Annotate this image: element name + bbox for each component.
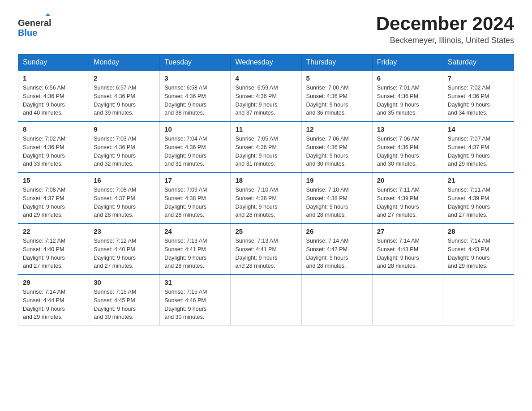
day-info: Sunrise: 7:02 AMSunset: 4:36 PMDaylight:…	[23, 135, 84, 168]
calendar-day-cell: 27Sunrise: 7:14 AMSunset: 4:43 PMDayligh…	[372, 223, 443, 274]
day-number: 31	[164, 278, 226, 286]
day-number: 15	[23, 176, 84, 184]
calendar-day-cell: 5Sunrise: 7:00 AMSunset: 4:36 PMDaylight…	[301, 70, 372, 121]
day-number: 5	[306, 74, 368, 82]
day-info: Sunrise: 7:09 AMSunset: 4:38 PMDaylight:…	[164, 186, 226, 219]
day-info: Sunrise: 7:03 AMSunset: 4:36 PMDaylight:…	[94, 135, 155, 168]
weekday-header: Saturday	[443, 55, 514, 71]
day-number: 29	[23, 278, 84, 286]
day-number: 3	[164, 74, 226, 82]
day-number: 21	[448, 176, 509, 184]
day-info: Sunrise: 7:15 AMSunset: 4:46 PMDaylight:…	[164, 288, 226, 321]
day-number: 30	[94, 278, 155, 286]
calendar-day-cell: 8Sunrise: 7:02 AMSunset: 4:36 PMDaylight…	[18, 121, 89, 172]
calendar-day-cell: 15Sunrise: 7:08 AMSunset: 4:37 PMDayligh…	[18, 172, 89, 223]
calendar-day-cell	[372, 274, 443, 325]
day-number: 17	[164, 176, 226, 184]
day-info: Sunrise: 7:14 AMSunset: 4:43 PMDaylight:…	[448, 237, 509, 270]
calendar-day-cell: 28Sunrise: 7:14 AMSunset: 4:43 PMDayligh…	[443, 223, 514, 274]
day-info: Sunrise: 6:59 AMSunset: 4:36 PMDaylight:…	[235, 84, 296, 117]
weekday-header: Wednesday	[231, 55, 301, 71]
weekday-header: Sunday	[18, 55, 89, 71]
calendar-day-cell: 24Sunrise: 7:13 AMSunset: 4:41 PMDayligh…	[160, 223, 231, 274]
day-info: Sunrise: 7:15 AMSunset: 4:45 PMDaylight:…	[94, 288, 155, 321]
calendar-day-cell: 9Sunrise: 7:03 AMSunset: 4:36 PMDaylight…	[89, 121, 160, 172]
day-info: Sunrise: 7:14 AMSunset: 4:42 PMDaylight:…	[306, 237, 368, 270]
calendar-day-cell: 4Sunrise: 6:59 AMSunset: 4:36 PMDaylight…	[231, 70, 301, 121]
svg-marker-1	[46, 13, 50, 16]
calendar-day-cell: 29Sunrise: 7:14 AMSunset: 4:44 PMDayligh…	[18, 274, 89, 325]
day-number: 4	[235, 74, 296, 82]
weekday-header: Monday	[89, 55, 160, 71]
day-info: Sunrise: 7:12 AMSunset: 4:40 PMDaylight:…	[23, 237, 84, 270]
calendar-day-cell: 7Sunrise: 7:02 AMSunset: 4:36 PMDaylight…	[443, 70, 514, 121]
calendar-day-cell: 20Sunrise: 7:11 AMSunset: 4:39 PMDayligh…	[372, 172, 443, 223]
day-info: Sunrise: 7:06 AMSunset: 4:36 PMDaylight:…	[377, 135, 438, 168]
calendar-day-cell: 31Sunrise: 7:15 AMSunset: 4:46 PMDayligh…	[160, 274, 231, 325]
calendar-table: SundayMondayTuesdayWednesdayThursdayFrid…	[18, 54, 514, 325]
day-number: 19	[306, 176, 368, 184]
calendar-day-cell: 23Sunrise: 7:12 AMSunset: 4:40 PMDayligh…	[89, 223, 160, 274]
day-number: 25	[235, 227, 296, 235]
day-info: Sunrise: 7:00 AMSunset: 4:36 PMDaylight:…	[306, 84, 368, 117]
calendar-day-cell: 18Sunrise: 7:10 AMSunset: 4:38 PMDayligh…	[231, 172, 301, 223]
day-number: 7	[448, 74, 509, 82]
day-info: Sunrise: 7:04 AMSunset: 4:36 PMDaylight:…	[164, 135, 226, 168]
day-info: Sunrise: 7:14 AMSunset: 4:44 PMDaylight:…	[23, 288, 84, 321]
day-info: Sunrise: 7:01 AMSunset: 4:36 PMDaylight:…	[377, 84, 438, 117]
calendar-day-cell: 10Sunrise: 7:04 AMSunset: 4:36 PMDayligh…	[160, 121, 231, 172]
day-number: 14	[448, 125, 509, 133]
calendar-day-cell	[231, 274, 301, 325]
day-number: 6	[377, 74, 438, 82]
day-info: Sunrise: 7:06 AMSunset: 4:36 PMDaylight:…	[306, 135, 368, 168]
calendar-day-cell: 11Sunrise: 7:05 AMSunset: 4:36 PMDayligh…	[231, 121, 301, 172]
day-number: 20	[377, 176, 438, 184]
calendar-week-row: 29Sunrise: 7:14 AMSunset: 4:44 PMDayligh…	[18, 274, 514, 325]
calendar-day-cell: 25Sunrise: 7:13 AMSunset: 4:41 PMDayligh…	[231, 223, 301, 274]
calendar-day-cell: 3Sunrise: 6:58 AMSunset: 4:36 PMDaylight…	[160, 70, 231, 121]
day-info: Sunrise: 7:13 AMSunset: 4:41 PMDaylight:…	[235, 237, 296, 270]
day-info: Sunrise: 7:10 AMSunset: 4:38 PMDaylight:…	[306, 186, 368, 219]
day-info: Sunrise: 7:13 AMSunset: 4:41 PMDaylight:…	[164, 237, 226, 270]
weekday-header: Friday	[372, 55, 443, 71]
title-area: December 2024 Beckemeyer, Illinois, Unit…	[376, 13, 514, 45]
day-number: 8	[23, 125, 84, 133]
svg-text:Blue: Blue	[18, 28, 37, 38]
day-number: 26	[306, 227, 368, 235]
day-info: Sunrise: 7:08 AMSunset: 4:37 PMDaylight:…	[23, 186, 84, 219]
day-info: Sunrise: 7:11 AMSunset: 4:39 PMDaylight:…	[448, 186, 509, 219]
day-info: Sunrise: 6:57 AMSunset: 4:36 PMDaylight:…	[94, 84, 155, 117]
logo: General Blue	[18, 13, 54, 40]
day-number: 1	[23, 74, 84, 82]
logo-svg: General Blue	[18, 13, 54, 40]
calendar-day-cell: 2Sunrise: 6:57 AMSunset: 4:36 PMDaylight…	[89, 70, 160, 121]
svg-text:General: General	[18, 18, 51, 28]
calendar-day-cell: 13Sunrise: 7:06 AMSunset: 4:36 PMDayligh…	[372, 121, 443, 172]
day-number: 11	[235, 125, 296, 133]
day-number: 22	[23, 227, 84, 235]
calendar-day-cell: 6Sunrise: 7:01 AMSunset: 4:36 PMDaylight…	[372, 70, 443, 121]
day-number: 24	[164, 227, 226, 235]
day-info: Sunrise: 7:02 AMSunset: 4:36 PMDaylight:…	[448, 84, 509, 117]
month-title: December 2024	[376, 13, 514, 34]
weekday-header: Thursday	[301, 55, 372, 71]
calendar-day-cell	[301, 274, 372, 325]
location: Beckemeyer, Illinois, United States	[376, 36, 514, 45]
calendar-day-cell: 21Sunrise: 7:11 AMSunset: 4:39 PMDayligh…	[443, 172, 514, 223]
day-number: 23	[94, 227, 155, 235]
calendar-day-cell: 26Sunrise: 7:14 AMSunset: 4:42 PMDayligh…	[301, 223, 372, 274]
day-info: Sunrise: 6:58 AMSunset: 4:36 PMDaylight:…	[164, 84, 226, 117]
day-number: 18	[235, 176, 296, 184]
day-info: Sunrise: 7:05 AMSunset: 4:36 PMDaylight:…	[235, 135, 296, 168]
day-number: 28	[448, 227, 509, 235]
calendar-day-cell: 22Sunrise: 7:12 AMSunset: 4:40 PMDayligh…	[18, 223, 89, 274]
day-info: Sunrise: 7:07 AMSunset: 4:37 PMDaylight:…	[448, 135, 509, 168]
day-number: 16	[94, 176, 155, 184]
calendar-day-cell: 30Sunrise: 7:15 AMSunset: 4:45 PMDayligh…	[89, 274, 160, 325]
day-number: 9	[94, 125, 155, 133]
calendar-week-row: 8Sunrise: 7:02 AMSunset: 4:36 PMDaylight…	[18, 121, 514, 172]
calendar-day-cell: 1Sunrise: 6:56 AMSunset: 4:36 PMDaylight…	[18, 70, 89, 121]
calendar-day-cell: 17Sunrise: 7:09 AMSunset: 4:38 PMDayligh…	[160, 172, 231, 223]
day-info: Sunrise: 7:12 AMSunset: 4:40 PMDaylight:…	[94, 237, 155, 270]
day-number: 27	[377, 227, 438, 235]
